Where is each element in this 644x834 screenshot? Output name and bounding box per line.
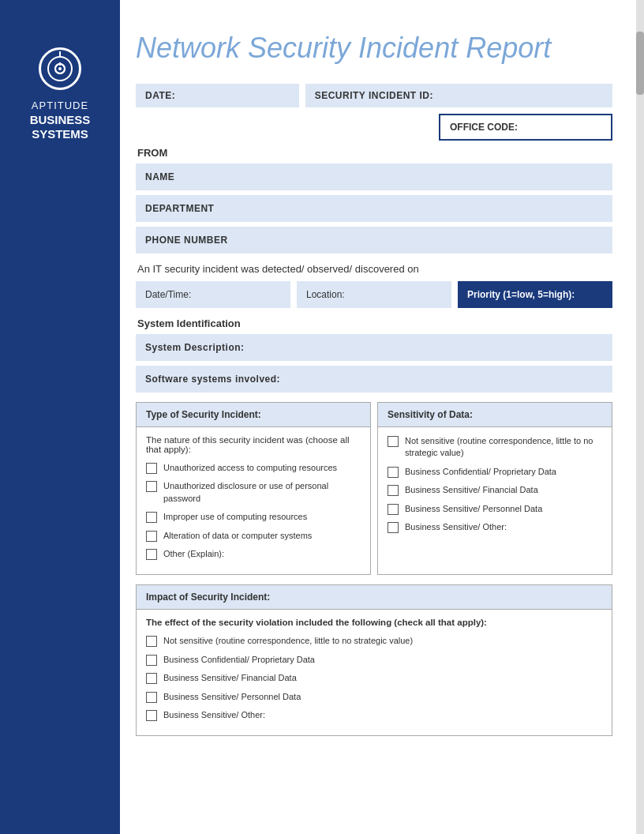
two-col-section: Type of Security Incident: The nature of…	[136, 402, 612, 575]
sidebar-brand: APTITUDE BUSINESS SYSTEMS	[30, 100, 91, 141]
checkbox-4[interactable]	[146, 531, 157, 542]
incident-type-title: The nature of this security incident was…	[146, 435, 361, 454]
datetime-field[interactable]: Date/Time:	[136, 281, 290, 308]
impact-body: The effect of the security violation inc…	[137, 610, 612, 735]
priority-field[interactable]: Priority (1=low, 5=high):	[458, 281, 612, 308]
checkbox-1[interactable]	[146, 463, 157, 474]
sensitivity-label-3: Business Sensitive/ Financial Data	[405, 484, 538, 496]
sensitivity-header: Sensitivity of Data:	[378, 403, 612, 427]
list-item: Unauthorized disclosure or use of person…	[146, 480, 361, 505]
list-item: Business Sensitive/ Other:	[388, 521, 602, 533]
checkbox-label-5: Other (Explain):	[163, 548, 224, 560]
checkbox-2[interactable]	[146, 481, 157, 492]
phone-field[interactable]: PHONE NUMBER	[136, 227, 612, 254]
detection-row: Date/Time: Location: Priority (1=low, 5=…	[136, 281, 612, 308]
impact-checkbox-3[interactable]	[146, 673, 157, 684]
sensitivity-checkbox-2[interactable]	[388, 467, 399, 478]
list-item: Business Sensitive/ Financial Data	[146, 672, 602, 684]
sensitivity-checkbox-1[interactable]	[388, 436, 399, 447]
list-item: Business Confidential/ Proprietary Data	[146, 654, 602, 666]
list-item: Business Confidential/ Proprietary Data	[388, 466, 602, 478]
sidebar: APTITUDE BUSINESS SYSTEMS	[0, 0, 120, 834]
list-item: Business Sensitive/ Personnel Data	[388, 503, 602, 515]
list-item: Business Sensitive/ Financial Data	[388, 484, 602, 496]
scrollbar-thumb[interactable]	[636, 32, 644, 95]
list-item: Improper use of computing resources	[146, 511, 361, 523]
checkbox-label-2: Unauthorized disclosure or use of person…	[163, 480, 361, 505]
impact-checkbox-5[interactable]	[146, 710, 157, 721]
sensitivity-label-2: Business Confidential/ Proprietary Data	[405, 466, 556, 478]
impact-checkbox-2[interactable]	[146, 655, 157, 666]
page-title: Network Security Incident Report	[136, 32, 612, 65]
checkbox-5[interactable]	[146, 549, 157, 560]
impact-label-4: Business Sensitive/ Personnel Data	[163, 691, 301, 703]
department-field[interactable]: DEPARTMENT	[136, 195, 612, 222]
checkbox-label-1: Unauthorized access to computing resourc…	[163, 462, 337, 474]
impact-body-title: The effect of the security violation inc…	[146, 618, 602, 627]
checkbox-label-4: Alteration of data or computer systems	[163, 530, 312, 542]
impact-label-1: Not sensitive (routine correspondence, l…	[163, 635, 413, 647]
sensitivity-checkbox-4[interactable]	[388, 504, 399, 515]
list-item: Alteration of data or computer systems	[146, 530, 361, 542]
impact-label-3: Business Sensitive/ Financial Data	[163, 672, 297, 684]
sensitivity-body: Not sensitive (routine correspondence, l…	[378, 427, 612, 547]
office-code-row: OFFICE CODE:	[136, 114, 612, 141]
sensitivity-checkbox-5[interactable]	[388, 522, 399, 533]
business-label: BUSINESS SYSTEMS	[30, 113, 91, 141]
list-item: Business Sensitive/ Other:	[146, 709, 602, 721]
svg-point-0	[55, 64, 65, 73]
system-section: System Identification System Description…	[136, 317, 612, 393]
security-incident-id-field[interactable]: SECURITY INCIDENT ID:	[305, 84, 612, 107]
impact-checkbox-1[interactable]	[146, 636, 157, 647]
svg-point-2	[58, 67, 62, 70]
name-field[interactable]: NAME	[136, 163, 612, 190]
scrollbar[interactable]	[636, 0, 644, 834]
system-id-label: System Identification	[136, 317, 612, 329]
checkbox-label-3: Improper use of computing resources	[163, 511, 307, 523]
office-code-field[interactable]: OFFICE CODE:	[439, 114, 612, 141]
sensitivity-label-1: Not sensitive (routine correspondence, l…	[405, 435, 602, 460]
impact-label-5: Business Sensitive/ Other:	[163, 709, 265, 721]
sensitivity-checkbox-3[interactable]	[388, 485, 399, 496]
incident-type-header: Type of Security Incident:	[137, 403, 370, 427]
sensitivity-label-4: Business Sensitive/ Personnel Data	[405, 503, 542, 515]
impact-header: Impact of Security Incident:	[137, 585, 612, 610]
sensitivity-box: Sensitivity of Data: Not sensitive (rout…	[377, 402, 612, 575]
list-item: Business Sensitive/ Personnel Data	[146, 691, 602, 703]
list-item: Unauthorized access to computing resourc…	[146, 462, 361, 474]
impact-section: Impact of Security Incident: The effect …	[136, 584, 612, 736]
list-item: Other (Explain):	[146, 548, 361, 560]
incident-type-body: The nature of this security incident was…	[137, 427, 370, 574]
main-content: Network Security Incident Report DATE: S…	[120, 0, 636, 777]
incident-type-box: Type of Security Incident: The nature of…	[136, 402, 371, 575]
sensitivity-label-5: Business Sensitive/ Other:	[405, 521, 507, 533]
list-item: Not sensitive (routine correspondence, l…	[146, 635, 602, 647]
aptitude-label: APTITUDE	[30, 100, 91, 111]
impact-label-2: Business Confidential/ Proprietary Data	[163, 654, 315, 666]
logo-inner	[47, 56, 73, 81]
location-field[interactable]: Location:	[297, 281, 451, 308]
logo-circle	[39, 47, 81, 90]
list-item: Not sensitive (routine correspondence, l…	[388, 435, 602, 460]
date-id-row: DATE: SECURITY INCIDENT ID:	[136, 84, 612, 107]
detected-text: An IT security incident was detected/ ob…	[137, 263, 612, 275]
checkbox-3[interactable]	[146, 512, 157, 523]
impact-checkbox-4[interactable]	[146, 692, 157, 703]
system-desc-field[interactable]: System Description:	[136, 334, 612, 361]
date-field[interactable]: DATE:	[136, 84, 299, 107]
software-field[interactable]: Software systems involved:	[136, 366, 612, 393]
from-label: FROM	[137, 147, 612, 159]
